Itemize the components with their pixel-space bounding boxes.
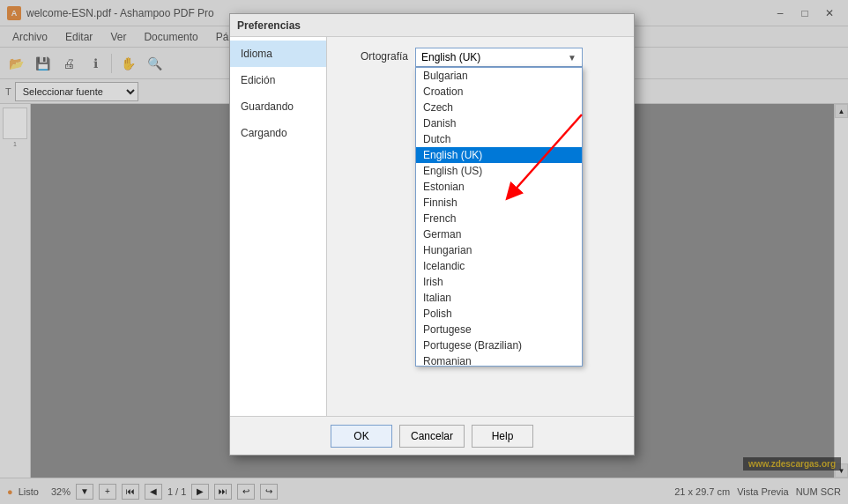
lang-italian[interactable]: Italian [416,290,582,306]
selected-language: English (UK) [421,51,480,63]
spell-setting-row: Ortografía English (UK) ▼ Bulgarian Croa… [338,48,623,67]
cat-cargando[interactable]: Cargando [230,120,326,146]
lang-german[interactable]: German [416,226,582,242]
lang-english-uk[interactable]: English (UK) [416,147,582,163]
lang-romanian[interactable]: Romanian [416,353,582,367]
lang-finnish[interactable]: Finnish [416,195,582,211]
dialog-body: Idioma Edición Guardando Cargando Ortogr… [230,37,634,416]
lang-danish[interactable]: Danish [416,115,582,131]
lang-portugese[interactable]: Portugese [416,322,582,337]
app-window: A welcome-ESN.pdf - Ashampoo PDF Pro – □… [0,0,848,504]
cancel-button[interactable]: Cancelar [399,425,465,448]
preferences-dialog: Preferencias Idioma Edición Guardando Ca… [229,13,635,456]
lang-polish[interactable]: Polish [416,306,582,322]
cat-idioma[interactable]: Idioma [230,41,326,67]
lang-estonian[interactable]: Estonian [416,179,582,195]
language-list[interactable]: Bulgarian Croation Czech Danish Dutch En… [415,67,583,367]
dialog-footer: OK Cancelar Help [230,416,634,455]
dropdown-arrow-icon: ▼ [568,53,576,63]
lang-dutch[interactable]: Dutch [416,131,582,147]
dialog-title: Preferencias [230,14,634,37]
language-dropdown-container: English (UK) ▼ Bulgarian Croation Czech … [415,48,583,67]
lang-croation[interactable]: Croation [416,84,582,100]
lang-portugese-br[interactable]: Portugese (Brazilian) [416,337,582,353]
cat-guardando[interactable]: Guardando [230,93,326,120]
lang-irish[interactable]: Irish [416,274,582,290]
help-button[interactable]: Help [472,425,533,448]
spell-label: Ortografía [338,48,408,63]
lang-icelandic[interactable]: Icelandic [416,258,582,274]
category-panel: Idioma Edición Guardando Cargando [230,37,327,416]
lang-english-us[interactable]: English (US) [416,163,582,179]
ok-button[interactable]: OK [331,425,392,448]
lang-czech[interactable]: Czech [416,100,582,115]
cat-edicion[interactable]: Edición [230,67,326,93]
lang-hungarian[interactable]: Hungarian [416,242,582,258]
lang-french[interactable]: French [416,211,582,226]
language-dropdown[interactable]: English (UK) ▼ [415,48,583,67]
settings-panel: Ortografía English (UK) ▼ Bulgarian Croa… [327,37,634,416]
lang-bulgarian[interactable]: Bulgarian [416,68,582,84]
